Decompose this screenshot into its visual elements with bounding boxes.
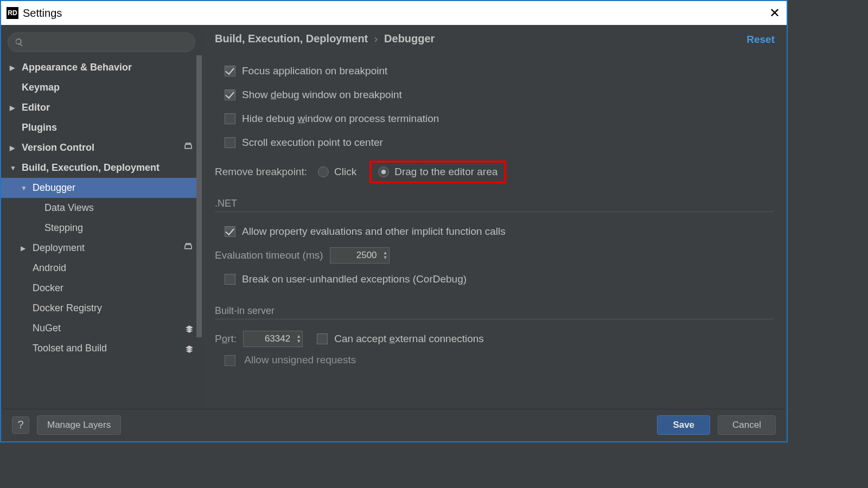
close-icon[interactable]: ✕ <box>769 5 780 21</box>
tree-item-label: Build, Execution, Deployment <box>22 162 159 174</box>
tree-item-editor[interactable]: ▶Editor <box>1 98 202 118</box>
radio-click[interactable] <box>318 166 329 177</box>
section-dotnet-title: .NET <box>215 198 774 209</box>
settings-tree: ▶Appearance & BehaviorKeymap▶EditorPlugi… <box>1 57 202 358</box>
sidebar: ▶Appearance & BehaviorKeymap▶EditorPlugi… <box>1 25 202 409</box>
eval-timeout-input[interactable]: 2500 ▲▼ <box>330 247 390 264</box>
tree-item-label: Version Control <box>22 142 94 153</box>
breadcrumb-parent[interactable]: Build, Execution, Deployment <box>215 33 368 44</box>
option-hide-debug-window[interactable]: Hide debug window on process termination <box>215 107 774 131</box>
project-badge-icon <box>183 242 193 254</box>
expand-arrow-icon[interactable]: ▶ <box>10 64 17 72</box>
checkbox-icon[interactable] <box>225 137 235 148</box>
checkbox-icon[interactable] <box>225 66 235 76</box>
search-icon <box>15 37 24 47</box>
manage-layers-button[interactable]: Manage Layers <box>37 415 121 435</box>
tree-item-data-views[interactable]: Data Views <box>1 198 202 218</box>
checkbox-icon[interactable] <box>225 274 235 285</box>
tree-item-label: Android <box>33 262 66 274</box>
option-break-unhandled[interactable]: Break on user-unhandled exceptions (CorD… <box>215 267 774 291</box>
option-label: Break on user-unhandled exceptions (CorD… <box>242 273 467 285</box>
expand-arrow-icon[interactable]: ▶ <box>10 104 17 112</box>
tree-item-docker[interactable]: Docker <box>1 278 202 298</box>
tree-item-label: Docker Registry <box>33 303 102 314</box>
port-label: Port: <box>215 333 237 345</box>
tree-item-nuget[interactable]: NuGet <box>1 318 202 338</box>
content-pane: Build, Execution, Deployment › Debugger … <box>202 25 787 409</box>
option-label: Hide debug window on process termination <box>242 113 439 125</box>
titlebar: RD Settings ✕ <box>1 1 787 25</box>
tree-item-appearance-behavior[interactable]: ▶Appearance & Behavior <box>1 57 202 78</box>
section-divider <box>215 319 774 319</box>
spinner-icon[interactable]: ▲▼ <box>380 249 388 262</box>
port-value: 63342 <box>265 333 290 344</box>
tree-item-keymap[interactable]: Keymap <box>1 78 202 98</box>
tree-item-label: Toolset and Build <box>33 343 107 354</box>
checkbox-icon[interactable] <box>225 89 235 100</box>
checkbox-icon[interactable] <box>317 333 328 344</box>
checkbox-icon[interactable] <box>225 226 235 237</box>
tree-item-plugins[interactable]: Plugins <box>1 118 202 138</box>
checkbox-icon[interactable] <box>225 113 235 124</box>
section-divider <box>215 211 774 212</box>
tree-item-deployment[interactable]: ▶Deployment <box>1 238 202 258</box>
tree-item-docker-registry[interactable]: Docker Registry <box>1 298 202 318</box>
sidebar-scrollbar[interactable] <box>196 55 202 337</box>
tree-item-debugger[interactable]: ▼Debugger <box>1 178 202 198</box>
search-input[interactable] <box>27 37 188 47</box>
eval-timeout-value: 2500 <box>356 250 377 261</box>
tree-item-android[interactable]: Android <box>1 258 202 278</box>
footer: ? Manage Layers Save Cancel <box>2 409 786 440</box>
option-show-debug-window[interactable]: Show debug window on breakpoint <box>215 83 774 107</box>
tree-item-version-control[interactable]: ▶Version Control <box>1 138 202 158</box>
tree-item-build-execution-deployment[interactable]: ▼Build, Execution, Deployment <box>1 158 202 178</box>
remove-breakpoint-label: Remove breakpoint: <box>215 166 307 178</box>
option-allow-unsigned-cut[interactable]: Allow unsigned requests <box>215 354 774 366</box>
tree-item-label: Keymap <box>22 82 60 93</box>
option-label: Scroll execution point to center <box>242 137 383 149</box>
checkbox-icon[interactable] <box>225 355 235 366</box>
cancel-button[interactable]: Cancel <box>718 415 776 435</box>
tree-item-label: Stepping <box>44 222 83 234</box>
section-server-title: Built-in server <box>215 305 774 317</box>
option-accept-external[interactable]: Can accept external connections <box>334 333 484 345</box>
option-label: Focus application on breakpoint <box>242 65 387 77</box>
tree-item-label: Docker <box>33 282 63 294</box>
window-title: Settings <box>23 7 62 20</box>
highlighted-option: Drag to the editor area <box>369 160 506 183</box>
tree-item-label: Debugger <box>33 182 75 194</box>
port-input[interactable]: 63342 ▲▼ <box>243 331 303 347</box>
layers-badge-icon <box>184 324 193 333</box>
expand-arrow-icon[interactable]: ▶ <box>10 144 17 152</box>
reset-link[interactable]: Reset <box>746 34 775 46</box>
option-scroll-center[interactable]: Scroll execution point to center <box>215 131 774 155</box>
expand-arrow-icon[interactable]: ▼ <box>10 164 17 172</box>
help-button[interactable]: ? <box>12 416 29 434</box>
option-allow-property-eval[interactable]: Allow property evaluations and other imp… <box>215 220 774 243</box>
radio-drag-label[interactable]: Drag to the editor area <box>394 166 497 178</box>
breadcrumb: Build, Execution, Deployment › Debugger <box>215 33 774 45</box>
radio-drag[interactable] <box>378 166 389 177</box>
layers-badge-icon <box>184 344 193 353</box>
option-focus-application[interactable]: Focus application on breakpoint <box>215 59 774 83</box>
app-icon: RD <box>7 7 18 19</box>
option-label: Show debug window on breakpoint <box>242 89 402 101</box>
save-button[interactable]: Save <box>657 415 710 435</box>
breadcrumb-separator: › <box>374 33 378 44</box>
radio-click-label[interactable]: Click <box>334 166 356 178</box>
tree-item-label: Appearance & Behavior <box>22 62 132 73</box>
tree-item-label: NuGet <box>33 323 61 334</box>
expand-arrow-icon[interactable]: ▶ <box>21 245 28 252</box>
search-input-wrapper[interactable] <box>8 33 195 52</box>
tree-item-toolset-and-build[interactable]: Toolset and Build <box>1 338 202 358</box>
option-label: Allow unsigned requests <box>244 354 356 365</box>
breadcrumb-current: Debugger <box>384 33 435 44</box>
spinner-icon[interactable]: ▲▼ <box>293 332 301 345</box>
tree-item-stepping[interactable]: Stepping <box>1 218 202 238</box>
option-label: Allow property evaluations and other imp… <box>242 226 506 237</box>
tree-item-label: Deployment <box>33 242 85 254</box>
expand-arrow-icon[interactable]: ▼ <box>21 184 28 192</box>
project-badge-icon <box>183 142 193 154</box>
eval-timeout-label: Evaluation timeout (ms) <box>215 249 323 261</box>
tree-item-label: Plugins <box>22 122 57 133</box>
